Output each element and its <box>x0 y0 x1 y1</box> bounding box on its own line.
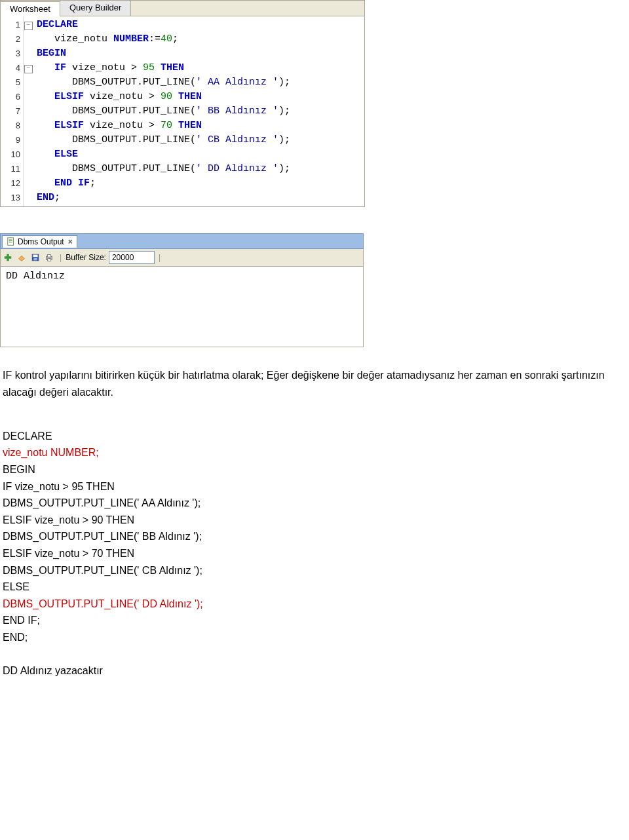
dbms-output-panel: Dbms Output × | Buffer Size: | DD Aldını… <box>0 233 364 347</box>
fold-column: −− <box>24 16 33 206</box>
close-icon[interactable]: × <box>68 237 73 246</box>
tab-dbms-output[interactable]: Dbms Output × <box>2 235 77 248</box>
eraser-icon[interactable] <box>17 253 26 262</box>
tab-worksheet[interactable]: Worksheet <box>1 1 60 16</box>
svg-rect-9 <box>33 258 37 261</box>
plus-icon[interactable] <box>3 253 12 262</box>
tab-query-builder[interactable]: Query Builder <box>60 1 131 16</box>
svg-marker-6 <box>19 256 25 261</box>
code-line: ELSIF vize_notu > 90 THEN <box>3 512 605 529</box>
output-tabstrip: Dbms Output × <box>0 233 364 249</box>
buffer-size-label: Buffer Size: <box>66 253 106 262</box>
worksheet-tabs: Worksheet Query Builder <box>1 1 364 16</box>
save-icon[interactable] <box>31 253 40 262</box>
code-line: DBMS_OUTPUT.PUT_LINE(' AA Aldınız '); <box>3 495 605 512</box>
line-gutter: 12345678910111213 <box>1 16 24 206</box>
code-body[interactable]: DECLARE vize_notu NUMBER:=40;BEGIN IF vi… <box>33 16 294 206</box>
code-line: END IF; <box>3 612 605 629</box>
buffer-size-input[interactable] <box>109 251 155 264</box>
separator: | <box>58 253 63 262</box>
code-line: IF vize_notu > 95 THEN <box>3 478 605 495</box>
print-icon[interactable] <box>45 253 54 262</box>
code-line: ELSIF vize_notu > 70 THEN <box>3 545 605 562</box>
code-line: END; <box>3 629 605 646</box>
svg-rect-11 <box>47 255 50 258</box>
fold-toggle[interactable]: − <box>24 65 33 73</box>
code-line: ELSE <box>3 579 605 596</box>
code-line: BEGIN <box>3 461 605 478</box>
svg-rect-2 <box>9 240 12 241</box>
code-line-highlight: vize_notu NUMBER; <box>3 444 605 461</box>
fold-toggle[interactable]: − <box>24 22 33 30</box>
paragraph: IF kontrol yapılarını bitirirken küçük b… <box>3 367 605 400</box>
footer-line: DD Aldınız yazacaktır <box>3 662 605 679</box>
output-text: DD Aldınız <box>0 267 364 347</box>
svg-rect-5 <box>5 256 12 259</box>
code-editor[interactable]: 12345678910111213 −− DECLARE vize_notu N… <box>1 16 364 206</box>
code-line: DECLARE <box>3 428 605 445</box>
code-line: DBMS_OUTPUT.PUT_LINE(' BB Aldınız '); <box>3 528 605 545</box>
separator: | <box>157 253 162 262</box>
svg-rect-3 <box>9 242 12 242</box>
page-icon <box>7 237 16 246</box>
output-toolbar: | Buffer Size: | <box>0 249 364 267</box>
article-body: IF kontrol yapılarını bitirirken küçük b… <box>0 367 608 679</box>
tab-dbms-output-label: Dbms Output <box>18 237 64 246</box>
svg-rect-8 <box>33 255 38 258</box>
code-line: DBMS_OUTPUT.PUT_LINE(' CB Aldınız '); <box>3 562 605 579</box>
worksheet-panel: Worksheet Query Builder 1234567891011121… <box>0 0 365 207</box>
svg-rect-0 <box>8 238 14 245</box>
svg-rect-1 <box>9 240 12 240</box>
code-line-highlight: DBMS_OUTPUT.PUT_LINE(' DD Aldınız '); <box>3 596 605 613</box>
svg-rect-12 <box>47 259 50 261</box>
